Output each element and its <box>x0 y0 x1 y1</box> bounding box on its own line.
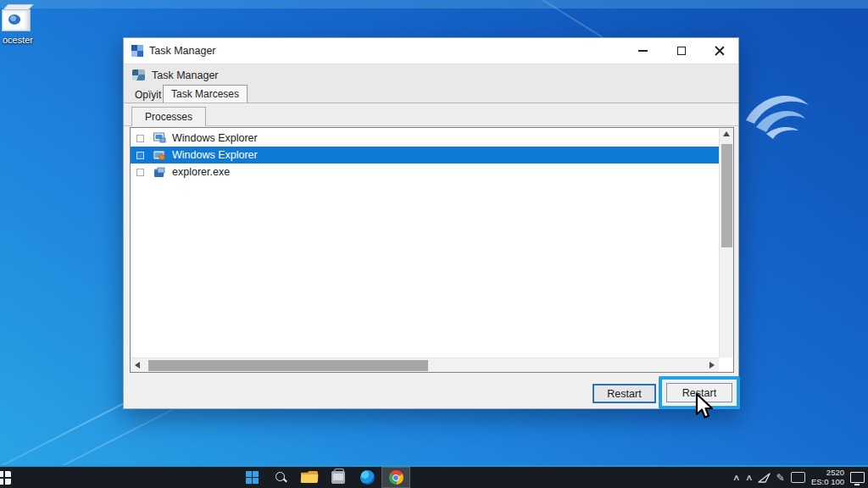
swirl-watermark-icon <box>743 88 810 141</box>
start-icon <box>246 471 259 484</box>
window-header-row: Task Manager <box>124 64 738 86</box>
display-icon[interactable] <box>850 472 865 483</box>
clock-line-2: ES:0 100 <box>811 478 844 487</box>
process-row-selected[interactable]: Windows Explorer <box>131 147 719 164</box>
taskbar-chrome[interactable] <box>381 467 410 488</box>
horizontal-scrollbar[interactable] <box>131 358 719 372</box>
task-manager-window: Task Manager Task Manager Opïyit Task Ma… <box>123 37 739 409</box>
vertical-scrollbar[interactable] <box>719 128 733 358</box>
task-manager-small-icon <box>132 69 145 80</box>
process-name: explorer.exe <box>172 166 230 178</box>
app-cube-icon <box>2 4 34 32</box>
search-icon <box>275 471 287 484</box>
tab-strip: Opïyit Task Marceses <box>124 86 738 103</box>
tree-expander-icon[interactable] <box>136 152 144 159</box>
network-icon[interactable] <box>758 473 771 483</box>
badge-icon[interactable] <box>791 472 805 483</box>
process-name: Windows Explorer <box>172 132 258 144</box>
task-manager-icon <box>131 45 143 57</box>
chrome-icon <box>389 470 403 485</box>
tree-expander-icon[interactable] <box>136 135 144 142</box>
taskbar-file-explorer[interactable] <box>295 467 324 488</box>
file-explorer-icon <box>301 471 318 484</box>
process-row[interactable]: explorer.exe <box>131 164 719 180</box>
clock-line-1: 2520 <box>811 469 844 478</box>
tab-processes[interactable]: Processes <box>131 107 206 126</box>
close-button[interactable] <box>700 38 738 64</box>
edge-icon <box>360 470 375 485</box>
minimize-button[interactable] <box>624 38 662 64</box>
process-row[interactable]: Windows Explorer <box>131 130 719 147</box>
scroll-right-icon[interactable] <box>709 362 715 369</box>
tree-expander-icon[interactable] <box>136 169 144 176</box>
desktop-shortcut[interactable]: ocester <box>0 4 44 45</box>
taskbar-search-button[interactable] <box>266 467 295 488</box>
chevron-up-icon[interactable]: ∧ <box>732 474 741 482</box>
chevron-up-icon[interactable]: ∧ <box>744 474 753 482</box>
desktop-light-band <box>0 0 868 8</box>
process-listbox: Windows Explorer Windows Explorer <box>130 127 734 373</box>
horizontal-scrollbar-thumb[interactable] <box>148 360 428 371</box>
vertical-scrollbar-thumb[interactable] <box>721 144 732 247</box>
header-title: Task Manager <box>152 69 219 81</box>
tutorial-highlight-frame: Restart <box>659 376 740 409</box>
tab-task-processes[interactable]: Task Marceses <box>163 85 248 103</box>
start-button[interactable] <box>237 467 266 488</box>
windows-explorer-icon <box>153 131 166 145</box>
system-tray: ∧ ∧ ✎ 2520 ES:0 100 <box>733 467 865 488</box>
taskbar: ∧ ∧ ✎ 2520 ES:0 100 <box>0 465 868 488</box>
close-icon <box>715 46 725 56</box>
scroll-up-icon[interactable] <box>723 131 730 136</box>
process-name: Windows Explorer <box>172 149 258 161</box>
restart-button[interactable]: Restart <box>593 384 656 403</box>
taskbar-partial-window-icon[interactable] <box>0 471 11 485</box>
sub-tab-strip: Processes <box>124 103 738 126</box>
window-title: Task Manager <box>149 45 216 57</box>
window-titlebar[interactable]: Task Manager <box>124 38 738 64</box>
taskbar-edge[interactable] <box>353 467 381 488</box>
explorer-exe-icon <box>153 165 166 179</box>
pen-icon[interactable]: ✎ <box>776 472 785 484</box>
taskbar-app[interactable] <box>324 467 353 488</box>
minimize-icon <box>638 50 648 52</box>
restart-button-highlighted[interactable]: Restart <box>666 383 732 402</box>
maximize-button[interactable] <box>662 38 700 64</box>
desktop: ocester Task Manager Task Manager Opïyit… <box>0 0 868 488</box>
app-icon <box>331 471 345 484</box>
scroll-left-icon[interactable] <box>135 362 140 369</box>
windows-explorer-icon <box>153 148 166 162</box>
maximize-icon <box>677 47 686 55</box>
tray-clock[interactable]: 2520 ES:0 100 <box>811 469 844 486</box>
desktop-shortcut-label: ocester <box>0 35 44 45</box>
